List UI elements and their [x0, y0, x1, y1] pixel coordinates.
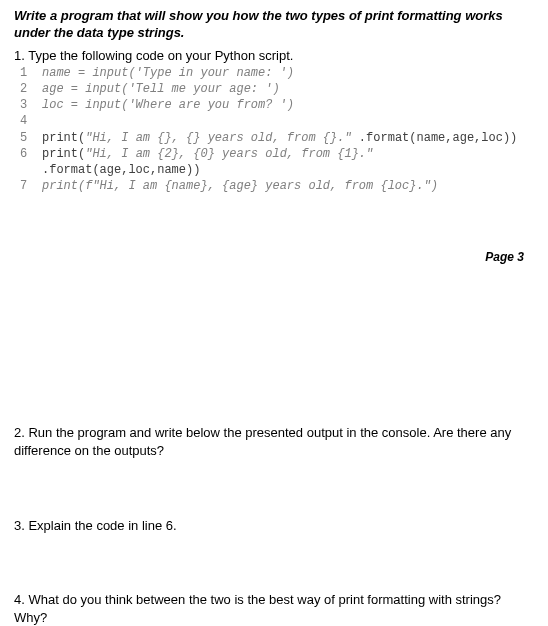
code-line-5: 5 print("Hi, I am {}, {} years old, from… — [20, 130, 534, 146]
line-num: 1 — [20, 65, 42, 81]
code-text: age = input('Tell me your age: ') — [42, 81, 280, 97]
code-line-6: 6 print("Hi, I am {2}, {0} years old, fr… — [20, 146, 534, 178]
page-number: Page 3 — [14, 250, 534, 264]
question-4: 4. What do you think between the two is … — [14, 591, 534, 626]
code-line-3: 3 loc = input('Where are you from? ') — [20, 97, 534, 113]
code-text: print("Hi, I am {2}, {0} years old, from… — [42, 146, 534, 178]
line-num: 2 — [20, 81, 42, 97]
code-line-4: 4 — [20, 113, 534, 129]
code-text: name = input('Type in your name: ') — [42, 65, 294, 81]
code-line-1: 1 name = input('Type in your name: ') — [20, 65, 534, 81]
code-text: print(f"Hi, I am {name}, {age} years old… — [42, 178, 438, 194]
code-text: loc = input('Where are you from? ') — [42, 97, 294, 113]
code-block: 1 name = input('Type in your name: ') 2 … — [20, 65, 534, 195]
line-num: 6 — [20, 146, 42, 178]
line-num: 4 — [20, 113, 42, 129]
code-line-7: 7 print(f"Hi, I am {name}, {age} years o… — [20, 178, 534, 194]
line-num: 3 — [20, 97, 42, 113]
question-3: 3. Explain the code in line 6. — [14, 517, 534, 535]
step1-instruction: 1. Type the following code on your Pytho… — [14, 48, 534, 63]
line-num: 7 — [20, 178, 42, 194]
question-2: 2. Run the program and write below the p… — [14, 424, 534, 460]
code-text: print("Hi, I am {}, {} years old, from {… — [42, 130, 517, 146]
line-num: 5 — [20, 130, 42, 146]
code-line-2: 2 age = input('Tell me your age: ') — [20, 81, 534, 97]
assignment-heading: Write a program that will show you how t… — [14, 8, 534, 42]
